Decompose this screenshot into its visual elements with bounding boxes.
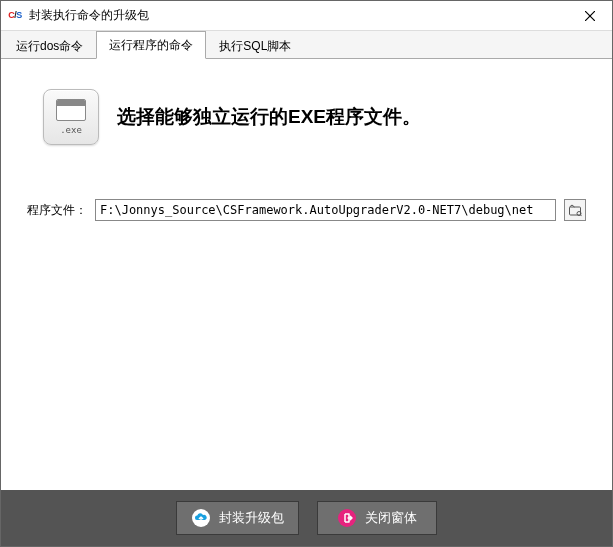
tabbar: 运行dos命令 运行程序的命令 执行SQL脚本 <box>1 31 612 59</box>
browse-button[interactable] <box>564 199 586 221</box>
hero-text: 选择能够独立运行的EXE程序文件。 <box>117 104 421 130</box>
window-title: 封装执行命令的升级包 <box>29 7 568 24</box>
svg-rect-2 <box>570 207 581 215</box>
program-file-label: 程序文件： <box>27 202 87 219</box>
tab-run-sql[interactable]: 执行SQL脚本 <box>206 32 304 59</box>
browse-icon <box>568 203 582 217</box>
exit-icon <box>337 508 357 528</box>
exe-icon-label: .exe <box>60 125 82 135</box>
exe-file-icon: .exe <box>43 89 99 145</box>
hero-text-suffix: 程序文件。 <box>326 106 421 127</box>
close-icon[interactable] <box>568 1 612 30</box>
program-file-input[interactable] <box>95 199 556 221</box>
hero-text-strong: EXE <box>288 106 326 127</box>
titlebar: C/S 封装执行命令的升级包 <box>1 1 612 31</box>
package-button-label: 封装升级包 <box>219 509 284 527</box>
program-file-row: 程序文件： <box>27 199 586 221</box>
app-icon: C/S <box>7 8 23 24</box>
hero: .exe 选择能够独立运行的EXE程序文件。 <box>43 89 586 145</box>
close-window-button-label: 关闭窗体 <box>365 509 417 527</box>
hero-text-prefix: 选择能够独立运行的 <box>117 106 288 127</box>
tab-run-program[interactable]: 运行程序的命令 <box>96 31 206 59</box>
content-area: .exe 选择能够独立运行的EXE程序文件。 程序文件： <box>1 59 612 490</box>
footer: 封装升级包 关闭窗体 <box>1 490 612 546</box>
cloud-upload-icon <box>191 508 211 528</box>
svg-line-4 <box>580 215 581 216</box>
window: C/S 封装执行命令的升级包 运行dos命令 运行程序的命令 执行SQL脚本 .… <box>0 0 613 547</box>
close-window-button[interactable]: 关闭窗体 <box>317 501 437 535</box>
tab-run-dos[interactable]: 运行dos命令 <box>3 32 96 59</box>
svg-point-6 <box>338 509 356 527</box>
package-button[interactable]: 封装升级包 <box>176 501 299 535</box>
